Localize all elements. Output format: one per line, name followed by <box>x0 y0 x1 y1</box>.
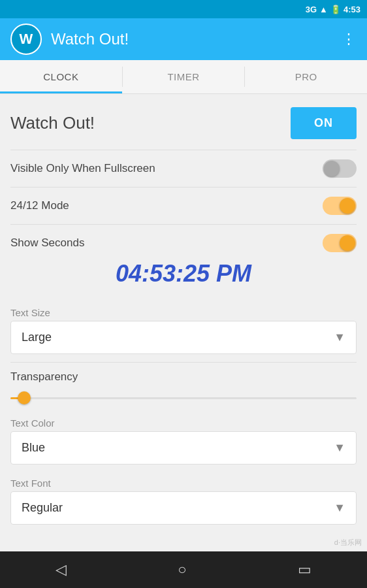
fullscreen-setting-row: Visible Only When Fullscreen <box>10 150 357 187</box>
text-size-section: Text Size Large ▼ <box>10 302 357 354</box>
text-size-value: Large <box>22 331 52 344</box>
mode-label: 24/12 Mode <box>10 199 69 212</box>
text-size-dropdown[interactable]: Large ▼ <box>10 321 357 354</box>
text-color-value: Blue <box>22 441 45 455</box>
text-size-arrow-icon: ▼ <box>334 331 345 344</box>
watermark: d·当乐网 <box>334 538 362 547</box>
slider-track <box>10 397 357 399</box>
status-bar: 3G ▲ 🔋 4:53 <box>0 0 367 18</box>
wifi-icon: ▲ <box>319 5 328 14</box>
seconds-label: Show Seconds <box>10 237 84 250</box>
seconds-toggle[interactable] <box>323 234 357 252</box>
signal-indicator: 3G <box>306 5 317 14</box>
app-title: Watch Out! <box>51 30 129 48</box>
app-logo: W <box>10 24 42 55</box>
home-button[interactable]: ○ <box>178 561 186 578</box>
clock-time: 4:53 <box>343 5 360 14</box>
app-bar-left: W Watch Out! <box>10 24 129 55</box>
text-color-section: Text Color Blue ▼ <box>10 412 357 465</box>
text-font-label: Text Font <box>10 478 357 489</box>
text-color-arrow-icon: ▼ <box>334 441 345 455</box>
fullscreen-label: Visible Only When Fullscreen <box>10 162 155 175</box>
battery-icon: 🔋 <box>330 5 341 14</box>
transparency-slider-container <box>10 391 357 404</box>
clock-preview: 04:53:25 PM <box>116 255 251 293</box>
recents-button[interactable]: ▭ <box>298 561 311 578</box>
status-icons: 3G ▲ 🔋 4:53 <box>306 5 360 14</box>
text-font-arrow-icon: ▼ <box>334 501 345 515</box>
tab-bar: CLOCK TIMER PRO <box>0 60 367 94</box>
app-logo-letter: W <box>20 31 33 48</box>
tab-pro[interactable]: PRO <box>245 60 367 93</box>
text-font-value: Regular <box>22 501 63 515</box>
text-color-dropdown[interactable]: Blue ▼ <box>10 431 357 465</box>
text-size-label: Text Size <box>10 307 357 318</box>
seconds-setting-row: Show Seconds 04:53:25 PM <box>10 224 357 302</box>
section-title: Watch Out! <box>10 113 95 133</box>
mode-toggle[interactable] <box>323 197 357 215</box>
content-area: Watch Out! ON Visible Only When Fullscre… <box>0 94 367 551</box>
bottom-nav: ◁ ○ ▭ <box>0 551 367 588</box>
tab-clock[interactable]: CLOCK <box>0 60 122 93</box>
seconds-row-top: Show Seconds <box>10 234 357 252</box>
slider-thumb[interactable] <box>18 391 31 404</box>
on-off-button[interactable]: ON <box>291 107 357 139</box>
more-options-icon[interactable]: ⋮ <box>342 31 357 48</box>
transparency-section: Transparency <box>10 362 357 412</box>
transparency-label: Transparency <box>10 370 357 384</box>
text-font-dropdown[interactable]: Regular ▼ <box>10 491 357 525</box>
text-font-section: Text Font Regular ▼ <box>10 472 357 525</box>
text-color-label: Text Color <box>10 417 357 429</box>
app-bar: W Watch Out! ⋮ <box>0 18 367 60</box>
main-section-row: Watch Out! ON <box>10 94 357 150</box>
clock-preview-row: 04:53:25 PM <box>10 255 357 293</box>
mode-setting-row: 24/12 Mode <box>10 187 357 224</box>
tab-timer[interactable]: TIMER <box>123 60 245 93</box>
fullscreen-toggle[interactable] <box>323 159 357 178</box>
back-button[interactable]: ◁ <box>56 561 67 578</box>
